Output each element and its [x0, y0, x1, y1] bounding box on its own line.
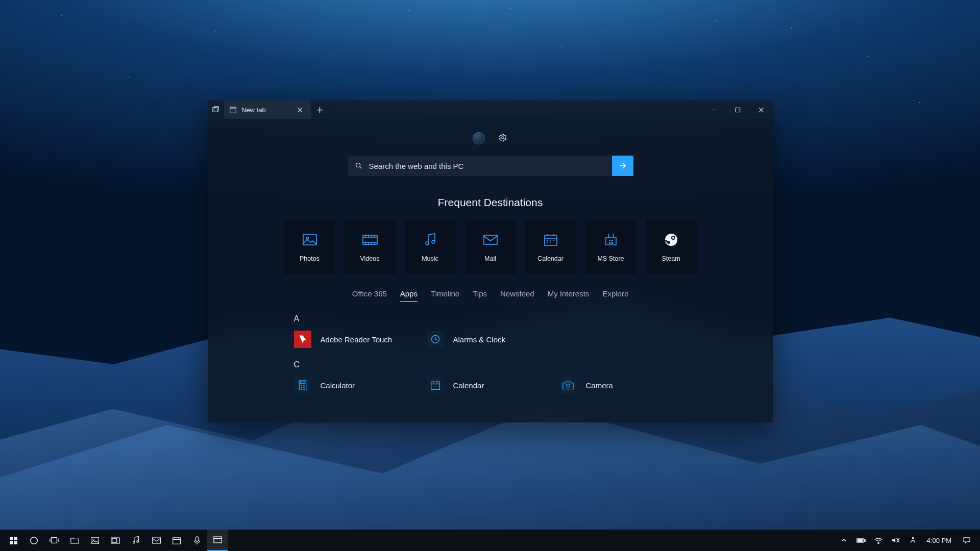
calculator-icon	[294, 377, 311, 394]
profile-avatar[interactable]	[473, 132, 485, 144]
browser-tab[interactable]: New tab	[224, 101, 311, 119]
tile-label: Mail	[484, 255, 496, 262]
svg-rect-17	[611, 242, 613, 244]
tile-ms-store[interactable]: MS Store	[585, 220, 636, 274]
svg-rect-3	[230, 107, 235, 108]
taskbar-mic[interactable]	[187, 530, 207, 551]
tab-strip: New tab	[208, 101, 329, 119]
tile-label: Calendar	[537, 255, 564, 262]
minimize-button[interactable]	[702, 101, 726, 119]
svg-point-42	[137, 541, 139, 543]
app-label: Calculator	[321, 381, 355, 390]
svg-point-5	[501, 137, 504, 139]
svg-rect-14	[609, 240, 610, 241]
taskbar-explorer[interactable]	[64, 530, 85, 551]
close-window-button[interactable]	[749, 101, 773, 119]
svg-point-18	[665, 234, 677, 246]
tile-label: Music	[422, 255, 438, 262]
camera-icon	[559, 377, 577, 394]
svg-point-41	[133, 541, 135, 543]
svg-rect-24	[300, 382, 304, 383]
app-label: Adobe Reader Touch	[321, 335, 393, 344]
svg-point-51	[912, 537, 914, 539]
svg-rect-46	[213, 537, 221, 543]
tile-music[interactable]: Music	[405, 220, 456, 274]
tile-calendar[interactable]: Calendar	[525, 220, 576, 274]
nav-tab-tips[interactable]: Tips	[473, 289, 487, 302]
app-grid: Adobe Reader TouchAlarms & Clock	[294, 331, 687, 348]
svg-rect-31	[10, 537, 13, 540]
taskbar-clock[interactable]: 4:00 PM	[922, 537, 957, 544]
tray-volume[interactable]	[887, 530, 904, 551]
nav-tab-office-365[interactable]: Office 365	[352, 289, 387, 302]
nav-tab-newsfeed[interactable]: Newsfeed	[500, 289, 534, 302]
taskbar-mail[interactable]	[146, 530, 166, 551]
app-label: Camera	[586, 381, 613, 390]
svg-point-20	[672, 237, 674, 239]
search-box[interactable]	[348, 156, 612, 176]
svg-rect-36	[52, 538, 57, 543]
photos-icon	[303, 232, 317, 248]
new-tab-button[interactable]	[311, 101, 329, 119]
taskbar-taskview[interactable]	[44, 530, 64, 551]
action-center-button[interactable]	[957, 530, 977, 551]
tray-wifi[interactable]	[870, 530, 887, 551]
tray-battery[interactable]	[852, 530, 870, 551]
taskbar-cortana[interactable]	[23, 530, 44, 551]
tile-photos[interactable]: Photos	[284, 220, 335, 274]
taskbar-calendar[interactable]	[166, 530, 187, 551]
app-section-letter: A	[294, 314, 687, 323]
svg-rect-48	[864, 539, 865, 541]
tile-label: Videos	[360, 255, 380, 262]
nav-tab-my-interests[interactable]: My Interests	[548, 289, 590, 302]
taskbar-right: 4:00 PM	[835, 530, 977, 551]
svg-point-28	[303, 387, 304, 388]
svg-point-35	[30, 537, 37, 544]
music-icon	[425, 232, 436, 248]
nav-tab-explore[interactable]: Explore	[602, 289, 628, 302]
svg-rect-7	[303, 235, 316, 245]
svg-point-30	[566, 384, 570, 387]
taskbar-start[interactable]	[3, 530, 23, 551]
taskbar-music[interactable]	[126, 530, 146, 551]
window-controls	[702, 101, 773, 119]
page-content: Frequent Destinations PhotosVideosMusicM…	[208, 119, 773, 422]
frequent-tiles: PhotosVideosMusicMailCalendarMS StoreSte…	[284, 220, 697, 274]
tile-videos[interactable]: Videos	[345, 220, 396, 274]
svg-point-6	[356, 163, 360, 167]
store-icon	[604, 232, 618, 248]
svg-rect-40	[112, 538, 117, 542]
nav-tab-timeline[interactable]: Timeline	[431, 289, 459, 302]
search-submit-button[interactable]	[612, 156, 633, 176]
nav-tabs: Office 365AppsTimelineTipsNewsfeedMy Int…	[352, 289, 628, 302]
settings-button[interactable]	[497, 132, 508, 143]
svg-point-26	[303, 385, 304, 386]
search-input[interactable]	[369, 162, 605, 170]
tile-steam[interactable]: Steam	[646, 220, 697, 274]
app-label: Alarms & Clock	[453, 335, 506, 344]
calendar-icon	[544, 232, 557, 248]
svg-rect-34	[14, 541, 17, 544]
taskbar-browser[interactable]	[207, 530, 228, 551]
taskbar-tablet[interactable]	[105, 530, 126, 551]
svg-rect-45	[195, 536, 198, 541]
taskbar-left	[3, 530, 228, 551]
tray-ime[interactable]	[904, 530, 922, 551]
app-item-adobe-reader-touch[interactable]: Adobe Reader Touch	[294, 331, 422, 348]
clock-icon	[427, 331, 444, 348]
frequent-destinations-title: Frequent Destinations	[438, 196, 543, 209]
svg-point-25	[301, 385, 302, 386]
app-item-camera[interactable]: Camera	[559, 377, 687, 394]
app-item-calculator[interactable]: Calculator	[294, 377, 422, 394]
app-item-calendar[interactable]: Calendar	[427, 377, 554, 394]
tab-close-button[interactable]	[297, 106, 304, 113]
titlebar: New tab	[208, 101, 773, 119]
svg-rect-32	[14, 537, 17, 540]
app-item-alarms-clock[interactable]: Alarms & Clock	[427, 331, 554, 348]
tabs-overview-button[interactable]	[208, 101, 224, 119]
nav-tab-apps[interactable]: Apps	[400, 289, 418, 302]
tray-chevron-up[interactable]	[835, 530, 852, 551]
taskbar-photos[interactable]	[85, 530, 105, 551]
tile-mail[interactable]: Mail	[465, 220, 516, 274]
maximize-button[interactable]	[726, 101, 749, 119]
